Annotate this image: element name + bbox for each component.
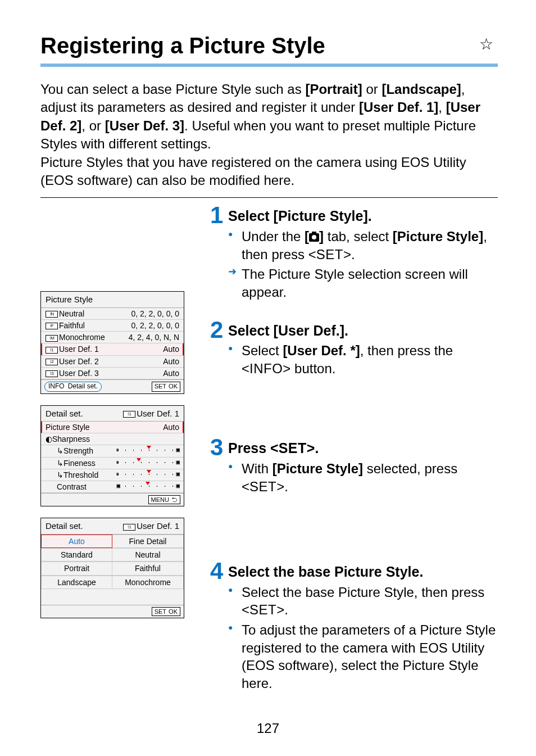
step-1-bullet-1: Under the [] tab, select [Picture Style]… — [242, 228, 498, 263]
param-row[interactable]: ↳Threshold0▣ — [41, 469, 184, 481]
step-1-result: The Picture Style selection screen will … — [242, 265, 498, 301]
page-title: Registering a Picture Style ☆ — [40, 31, 498, 67]
step-1: 1 Select [Picture Style]. Under the [] t… — [210, 207, 498, 301]
step-3: 3 Press <SET>. With [Picture Style] sele… — [210, 439, 498, 495]
step-2-title: Select [User Def.]. — [228, 322, 498, 340]
style-option[interactable]: Neutral — [112, 548, 184, 562]
style-option[interactable]: Auto — [41, 535, 112, 548]
intro-text: You can select a base Picture Style such… — [40, 80, 498, 198]
step-4-bullet-1: Select the base Picture Style, then pres… — [242, 583, 498, 619]
param-row[interactable]: ↳Fineness0▣ — [41, 458, 184, 469]
list-item[interactable]: ⁞NNeutral0, 2, 2, 0, 0, 0 — [41, 308, 184, 320]
screen1-header: Picture Style — [41, 292, 184, 308]
screen-picture-style-list: Picture Style ⁞NNeutral0, 2, 2, 0, 0, 0⁞… — [40, 291, 184, 393]
step-number-1: 1 — [210, 200, 223, 231]
set-ok-button-3[interactable]: SETOK — [152, 607, 180, 616]
step-4-title: Select the base Picture Style. — [228, 563, 498, 581]
step-2-bullet-1: Select [User Def. *], then press the <IN… — [242, 342, 498, 377]
param-row[interactable]: ◐Sharpness — [41, 433, 184, 445]
camera-icon — [309, 233, 319, 242]
style-option[interactable]: Portrait — [41, 562, 112, 575]
step-number-2: 2 — [210, 315, 223, 346]
info-detail-button[interactable]: INFO Detail set. — [44, 382, 102, 392]
list-item[interactable]: ⁞FFaithful0, 2, 2, 0, 0, 0 — [41, 320, 184, 332]
list-item[interactable]: ⁞1User Def. 1Auto — [41, 343, 184, 355]
page-number: 127 — [0, 719, 536, 737]
style-option[interactable]: Standard — [41, 548, 112, 562]
style-option[interactable]: Faithful — [112, 562, 184, 575]
menu-back-button[interactable]: MENU⮌ — [148, 495, 180, 504]
step-2: 2 Select [User Def.]. Select [User Def. … — [210, 322, 498, 378]
style-option[interactable]: Fine Detail — [112, 535, 184, 548]
set-ok-button[interactable]: SET OK — [152, 382, 180, 392]
param-row[interactable]: Contrast▣▣ — [41, 481, 184, 493]
step-4-bullet-2: To adjust the parameters of a Picture St… — [242, 621, 498, 692]
list-item[interactable]: ⁞2User Def. 2Auto — [41, 356, 184, 368]
step-number-3: 3 — [210, 432, 223, 463]
step-1-title: Select [Picture Style]. — [228, 207, 498, 225]
step-3-bullet-1: With [Picture Style] selected, press <SE… — [242, 460, 498, 495]
list-item[interactable]: ⁞MMonochrome4, 2, 4, 0, N, N — [41, 332, 184, 343]
style-option[interactable]: Monochrome — [112, 576, 184, 589]
star-icon: ☆ — [479, 34, 493, 55]
title-text: Registering a Picture Style — [40, 33, 325, 58]
screen-detail-set: Detail set. ⁞1User Def. 1 Picture StyleA… — [40, 405, 184, 507]
param-row[interactable]: ↳Strength0▣ — [41, 445, 184, 457]
list-item[interactable]: ⁞3User Def. 3Auto — [41, 368, 184, 379]
step-number-4: 4 — [210, 556, 223, 587]
screen-base-style-picker: Detail set. ⁞1User Def. 1 AutoFine Detai… — [40, 518, 184, 618]
style-option[interactable]: Landscape — [41, 576, 112, 589]
row-picture-style[interactable]: Picture StyleAuto — [41, 422, 184, 433]
step-3-title: Press <SET>. — [228, 439, 498, 458]
step-4: 4 Select the base Picture Style. Select … — [210, 563, 498, 692]
